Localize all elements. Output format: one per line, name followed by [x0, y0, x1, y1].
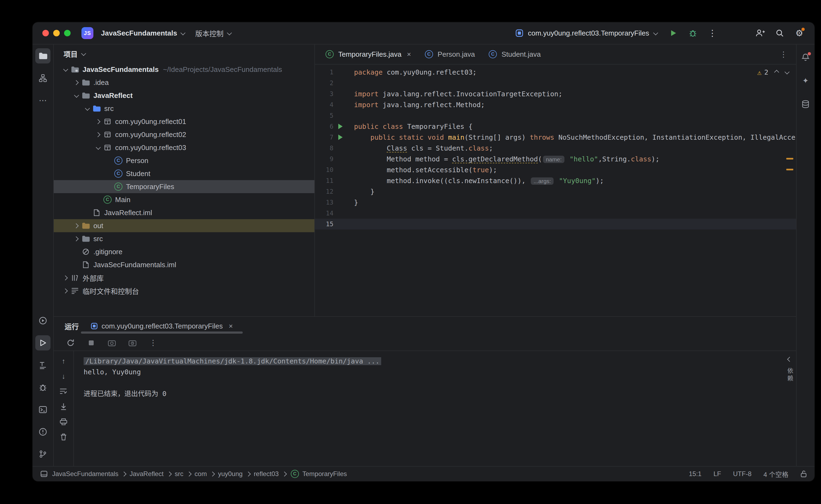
search-everywhere-button[interactable]	[772, 25, 787, 41]
editor-tabs-options-button[interactable]: ⋮	[774, 50, 793, 59]
capture-button[interactable]	[106, 338, 118, 348]
notifications-tool-button[interactable]	[798, 50, 813, 65]
caret-position-widget[interactable]: 15:1	[689, 470, 702, 478]
code-line-6[interactable]: 6public class TemporaryFiles {	[315, 121, 796, 132]
lock-icon[interactable]	[800, 470, 807, 477]
code-line-4[interactable]: 4import java.lang.reflect.Method;	[315, 99, 796, 110]
tree-item-com.yuy0ung.reflect03[interactable]: com.yuy0ung.reflect03	[54, 141, 314, 154]
run-button[interactable]	[666, 25, 681, 41]
tree-item-com.yuy0ung.reflect01[interactable]: com.yuy0ung.reflect01	[54, 115, 314, 128]
tool-window-layout-icon[interactable]	[40, 470, 48, 477]
tree-item-javareflect.iml[interactable]: JavaReflect.iml	[54, 206, 314, 219]
line-ending-widget[interactable]: LF	[714, 470, 721, 478]
todo-tool-button[interactable]	[35, 358, 50, 373]
more-vertical-button[interactable]: ⋮	[147, 338, 159, 348]
breadcrumb-item-javareflect[interactable]: JavaReflect	[129, 470, 163, 478]
breadcrumb-item-javasecfundamentals[interactable]: JavaSecFundamentals	[52, 470, 118, 478]
tree-chevron-box[interactable]	[71, 81, 81, 84]
tree-item-.idea[interactable]: .idea	[54, 76, 314, 89]
tree-item-main[interactable]: CMain	[54, 193, 314, 206]
project-tool-button[interactable]	[35, 48, 50, 63]
debug-tool-button[interactable]	[35, 380, 50, 395]
gutter[interactable]	[333, 135, 348, 140]
run-line-icon[interactable]	[338, 135, 343, 140]
tree-item-src[interactable]: src	[54, 232, 314, 245]
warnings-badge[interactable]: ⚠ 2	[757, 68, 768, 76]
run-console-tab[interactable]: com.yuy0ung.reflect03.TemporaryFiles ×	[90, 317, 234, 335]
more-actions-button[interactable]: ⋮	[705, 25, 720, 41]
tree-item-javareflect[interactable]: JavaReflect	[54, 89, 314, 102]
tree-chevron-box[interactable]	[60, 276, 70, 280]
project-panel-header[interactable]: 项目	[54, 44, 314, 63]
tree-chevron-box[interactable]	[71, 224, 81, 228]
tree-chevron-box[interactable]	[60, 289, 70, 293]
warning-stripe-mark[interactable]	[786, 169, 793, 170]
indent-widget[interactable]: 4 个空格	[763, 469, 788, 479]
code-line-12[interactable]: 12 }	[315, 186, 796, 197]
zoom-window-button[interactable]	[64, 30, 71, 36]
console-output[interactable]: /Library/Java/JavaVirtualMachines/jdk-1.…	[74, 351, 783, 466]
breadcrumb-item-reflect03[interactable]: reflect03	[254, 470, 279, 478]
tree-item-person[interactable]: CPerson	[54, 154, 314, 167]
tree-item-javasecfundamentals.iml[interactable]: JavaSecFundamentals.iml	[54, 258, 314, 271]
code-line-9[interactable]: 9 Method method = cls.getDeclaredMethod(…	[315, 154, 796, 164]
minimize-window-button[interactable]	[53, 30, 60, 36]
tree-item-temporaryfiles[interactable]: CTemporaryFiles	[54, 180, 314, 193]
code-line-13[interactable]: 13}	[315, 197, 796, 208]
expand-toolbar-icon[interactable]	[787, 357, 792, 362]
tree-chevron-box[interactable]	[60, 68, 70, 71]
tree-item-javasecfundamentals[interactable]: JavaSecFundamentals~/IdeaProjects/JavaSe…	[54, 63, 314, 76]
close-icon[interactable]: ×	[229, 322, 233, 330]
code-line-11[interactable]: 11 method.invoke((cls.newInstance()), ..…	[315, 175, 796, 186]
capture-timed-button[interactable]	[126, 338, 138, 348]
code-line-5[interactable]: 5	[315, 110, 796, 121]
stop-button[interactable]	[85, 338, 97, 348]
tree-chevron-box[interactable]	[71, 237, 81, 241]
breadcrumb-item-temporaryfiles[interactable]: CTemporaryFiles	[290, 470, 347, 478]
problems-tool-button[interactable]	[35, 424, 50, 439]
breadcrumb-item-src[interactable]: src	[175, 470, 183, 478]
debug-button[interactable]	[685, 25, 701, 41]
editor-tab-person.java[interactable]: CPerson.java	[418, 44, 481, 64]
run-configuration-selector[interactable]: com.yuy0ung.reflect03.TemporaryFiles	[511, 25, 661, 41]
close-window-button[interactable]	[42, 30, 49, 36]
tree-item-student[interactable]: CStudent	[54, 167, 314, 180]
code-with-me-button[interactable]	[753, 25, 768, 41]
git-tool-button[interactable]	[35, 446, 50, 462]
tree-chevron-box[interactable]	[93, 133, 103, 136]
scrollend-button[interactable]	[58, 401, 69, 412]
breadcrumb-item-yuy0ung[interactable]: yuy0ung	[218, 470, 243, 478]
code-line-1[interactable]: 1package com.yuy0ung.reflect03;	[315, 67, 796, 78]
services-tool-button[interactable]	[35, 313, 50, 328]
tree-item-.gitignore[interactable]: .gitignore	[54, 245, 314, 258]
vcs-menu[interactable]: 版本控制	[192, 25, 234, 41]
project-menu[interactable]: JavaSecFundamentals	[98, 25, 187, 41]
editor-tab-temporaryfiles.java[interactable]: CTemporaryFiles.java×	[318, 44, 418, 64]
tree-item-com.yuy0ung.reflect02[interactable]: com.yuy0ung.reflect02	[54, 128, 314, 141]
tree-item-out[interactable]: out	[54, 219, 314, 232]
tree-item-临时文件和控制台[interactable]: 临时文件和控制台	[54, 284, 314, 297]
code-line-2[interactable]: 2	[315, 78, 796, 88]
terminal-tool-button[interactable]	[35, 402, 50, 417]
database-tool-button[interactable]	[798, 97, 813, 112]
tree-item-外部库[interactable]: 外部库	[54, 271, 314, 284]
tree-chevron-box[interactable]	[93, 146, 103, 149]
structure-tool-button[interactable]	[35, 71, 50, 86]
tree-chevron-box[interactable]	[71, 94, 81, 97]
close-icon[interactable]: ×	[407, 50, 411, 59]
tree-chevron-box[interactable]	[82, 107, 92, 110]
code-line-14[interactable]: 14	[315, 208, 796, 219]
run-line-icon[interactable]	[338, 124, 343, 129]
ai-assistant-tool-button[interactable]: ✦	[798, 73, 813, 88]
code-line-10[interactable]: 10 method.setAccessible(true);	[315, 164, 796, 175]
more-tool-button[interactable]: ⋯	[35, 93, 50, 108]
rerun-button[interactable]	[65, 338, 76, 348]
up-button[interactable]: ↑	[58, 356, 69, 366]
tree-item-src[interactable]: src	[54, 102, 314, 115]
gutter[interactable]	[333, 124, 348, 129]
clear-button[interactable]	[58, 432, 69, 442]
softwrap-button[interactable]	[58, 386, 69, 397]
code-line-7[interactable]: 7 public static void main(String[] args)…	[315, 132, 796, 143]
code-line-3[interactable]: 3import java.lang.reflect.InvocationTarg…	[315, 88, 796, 99]
print-button[interactable]	[58, 417, 69, 427]
